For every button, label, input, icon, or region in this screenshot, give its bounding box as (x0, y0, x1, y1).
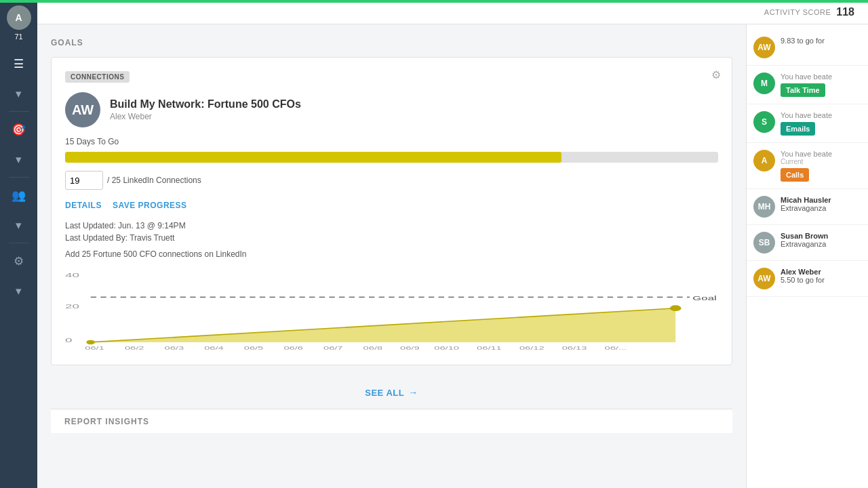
content-area: Goals CONNECTIONS ⚙ AW Build My Network:… (37, 24, 868, 488)
chart-svg: 40 20 0 Goal (65, 270, 718, 351)
svg-text:06/2: 06/2 (125, 345, 144, 350)
save-progress-link[interactable]: SAVE PROGRESS (113, 201, 187, 210)
report-insights-title: Report Insights (64, 417, 149, 426)
goal-tag: CONNECTIONS (65, 71, 130, 83)
goals-section-title: Goals (51, 38, 732, 47)
main: ACTIVITY SCORE 118 Goals CONNECTIONS ⚙ A… (37, 0, 868, 488)
svg-point-7 (670, 305, 682, 311)
right-entry-6: SB Susan Brown Extravaganza (747, 225, 868, 261)
svg-text:06/12: 06/12 (519, 345, 545, 350)
right-content-7: Alex Weber 5.50 to go for (781, 268, 861, 287)
sidebar: A 71 ☰ ▾ 🎯 ▾ 👥 ▾ ⚙ ▾ (0, 0, 37, 488)
right-entry-7: AW Alex Weber 5.50 to go for (747, 261, 868, 297)
goal-title: Build My Network: Fortune 500 CFOs (110, 98, 301, 110)
right-content-5: Micah Hausler Extravaganza (781, 196, 861, 212)
name-7: Alex Weber (781, 268, 861, 276)
report-insights-bar: Report Insights (51, 409, 732, 433)
svg-point-6 (86, 340, 95, 345)
svg-text:0: 0 (65, 336, 72, 344)
svg-text:40: 40 (65, 271, 79, 279)
topbar: ACTIVITY SCORE 118 (37, 0, 868, 24)
current-label: Current (781, 158, 861, 165)
sidebar-divider3 (9, 243, 29, 243)
avatar-2: M (753, 73, 775, 94)
event-5: Extravaganza (781, 204, 861, 212)
right-entry-2: M You have beate Talk Time (747, 66, 868, 104)
sidebar-item-dropdown4[interactable]: ▾ (7, 279, 31, 303)
text-4: You have beate (781, 150, 861, 158)
days-to-go: 15 Days To Go (65, 137, 718, 146)
svg-text:06/8: 06/8 (363, 345, 382, 350)
emails-button[interactable]: Emails (781, 122, 815, 136)
right-content-4: You have beate Current Calls (781, 150, 861, 182)
last-updated-by: Last Updated By: Travis Truett (65, 233, 718, 243)
right-content-6: Susan Brown Extravaganza (781, 232, 861, 248)
svg-text:06/6: 06/6 (283, 345, 302, 350)
activity-score-label: ACTIVITY SCORE (764, 8, 831, 16)
name-6: Susan Brown (781, 232, 861, 240)
sidebar-item-settings[interactable]: ⚙ (7, 249, 31, 273)
score-7: 5.50 to go for (781, 276, 861, 284)
svg-text:Goal: Goal (692, 295, 716, 302)
goal-description: Add 25 Fortune 500 CFO connections on Li… (65, 249, 718, 259)
see-all-arrow-icon: → (408, 387, 418, 398)
sidebar-item-dropdown3[interactable]: ▾ (7, 213, 31, 237)
svg-text:06/11: 06/11 (477, 345, 502, 350)
chart-area: 40 20 0 Goal (65, 270, 718, 351)
sidebar-item-people[interactable]: 👥 (7, 183, 31, 207)
right-content-3: You have beate Emails (781, 111, 861, 136)
avatar-1: AW (753, 37, 775, 58)
svg-text:06/5: 06/5 (244, 345, 263, 350)
avatar-3: S (753, 111, 775, 133)
event-6: Extravaganza (781, 240, 861, 248)
sidebar-item-dropdown2[interactable]: ▾ (7, 147, 31, 171)
goal-card: CONNECTIONS ⚙ AW Build My Network: Fortu… (51, 57, 732, 365)
last-updated: Last Updated: Jun. 13 @ 9:14PM (65, 221, 718, 230)
svg-text:06/3: 06/3 (165, 345, 184, 350)
right-content-2: You have beate Talk Time (781, 73, 861, 97)
svg-text:06/4: 06/4 (204, 345, 224, 350)
progress-bar-background (65, 152, 718, 163)
progress-input-row: / 25 LinkedIn Connections (65, 171, 718, 190)
see-all-label: SEE ALL (365, 388, 404, 398)
sidebar-item-goals[interactable]: 🎯 (7, 117, 31, 142)
score-1: 9.83 to go for (781, 37, 861, 45)
sidebar-item-dropdown1[interactable]: ▾ (7, 81, 31, 106)
right-entry-5: MH Micah Hausler Extravaganza (747, 189, 868, 225)
sidebar-top-bar (0, 0, 868, 3)
avatar-4: A (753, 150, 775, 171)
progress-input[interactable] (65, 171, 103, 190)
gear-icon[interactable]: ⚙ (711, 68, 721, 81)
right-entry-4: A You have beate Current Calls (747, 143, 868, 189)
sidebar-score: 71 (14, 33, 22, 41)
calls-button[interactable]: Calls (781, 168, 809, 182)
details-link[interactable]: DETAILS (65, 201, 102, 210)
goal-header: AW Build My Network: Fortune 500 CFOs Al… (65, 92, 718, 127)
avatar-5: MH (753, 196, 775, 218)
right-panel: AW 9.83 to go for M You have beate Talk … (746, 24, 868, 488)
goal-subtitle: Alex Weber (110, 112, 301, 121)
talk-time-button[interactable]: Talk Time (781, 83, 825, 97)
sidebar-divider2 (9, 177, 29, 178)
svg-text:06/...: 06/... (605, 345, 627, 350)
svg-text:06/7: 06/7 (323, 345, 342, 350)
goal-info: Build My Network: Fortune 500 CFOs Alex … (110, 98, 301, 121)
goal-avatar: AW (65, 92, 100, 127)
text-2: You have beate (781, 73, 861, 81)
progress-label: / 25 LinkedIn Connections (107, 176, 201, 185)
activity-score-value: 118 (836, 6, 854, 18)
center-panel: Goals CONNECTIONS ⚙ AW Build My Network:… (37, 24, 746, 488)
see-all-row: SEE ALL → (51, 376, 732, 409)
right-entry-3: S You have beate Emails (747, 104, 868, 143)
svg-text:06/9: 06/9 (400, 345, 419, 350)
progress-bar-fill (65, 152, 561, 163)
goal-links: DETAILS SAVE PROGRESS (65, 201, 718, 210)
avatar: A (7, 5, 31, 30)
sidebar-item-menu[interactable]: ☰ (7, 52, 31, 76)
svg-text:20: 20 (65, 302, 79, 310)
name-5: Micah Hausler (781, 196, 861, 204)
sidebar-divider (9, 111, 29, 112)
see-all-button[interactable]: SEE ALL → (365, 387, 418, 398)
svg-text:06/1: 06/1 (85, 345, 104, 350)
avatar-6: SB (753, 232, 775, 253)
